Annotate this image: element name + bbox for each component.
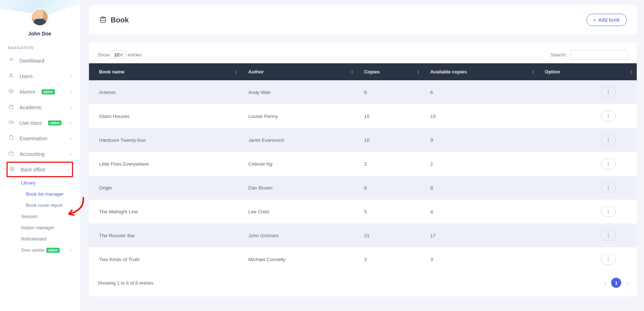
- row-options-button[interactable]: [601, 135, 616, 145]
- page-prev-button[interactable]: ‹: [605, 280, 606, 286]
- addon-badge: addon: [46, 248, 60, 253]
- sidebar-item-addon-manager[interactable]: Addon manager: [0, 222, 80, 233]
- books-table: Book name▲▼ Author▲▼ Copies▲▼ Available …: [89, 63, 637, 271]
- table-row: ArtemisAndy Weir66: [89, 80, 637, 104]
- svg-point-0: [10, 74, 12, 76]
- col-option[interactable]: Option▲▼: [538, 63, 637, 80]
- sidebar-item-book-list-manager[interactable]: Book list manager: [0, 188, 80, 200]
- sidebar-item-session[interactable]: Session: [0, 211, 80, 222]
- svg-point-17: [608, 165, 609, 166]
- col-copies[interactable]: Copies▲▼: [358, 63, 424, 80]
- profile-block: John Doe: [0, 0, 80, 39]
- show-prefix: Show: [98, 52, 110, 57]
- svg-point-19: [608, 187, 609, 188]
- search-control: Search:: [551, 50, 628, 60]
- col-label: Author: [248, 69, 264, 74]
- row-options-button[interactable]: [601, 206, 616, 217]
- cell-available: 4: [424, 200, 538, 223]
- search-input[interactable]: [570, 50, 628, 60]
- cell-copies: 15: [358, 104, 424, 128]
- cell-option: [538, 176, 637, 200]
- cell-book-name: Hardcore Twenty-four: [89, 128, 242, 152]
- row-options-button[interactable]: [601, 230, 616, 241]
- table-row: Little Fires EverywhereCeleste Ng22: [89, 152, 637, 176]
- table-row: The Rooster BarJohn Grisham2117: [89, 223, 637, 247]
- svg-point-6: [608, 90, 609, 91]
- add-book-button[interactable]: + Add book: [587, 14, 627, 26]
- svg-point-5: [101, 16, 106, 18]
- sidebar-item-noticeboard[interactable]: Noticeboard: [0, 233, 80, 244]
- sidebar-item-dashboard[interactable]: Dashboard: [0, 53, 80, 68]
- sidebar-item-examination[interactable]: Examination ›: [0, 131, 80, 146]
- sidebar-item-academic[interactable]: Academic ›: [0, 99, 80, 115]
- sidebar-item-library[interactable]: Library ⌄: [0, 177, 80, 188]
- sidebar-item-users[interactable]: Users ›: [0, 68, 80, 84]
- video-icon: [8, 119, 14, 126]
- row-options-button[interactable]: [601, 111, 616, 122]
- chevron-right-icon: ›: [70, 152, 72, 157]
- chevron-down-icon: ⌄: [68, 180, 72, 186]
- pagination: ‹ 1 ›: [605, 278, 628, 288]
- col-book-name[interactable]: Book name▲▼: [89, 63, 242, 80]
- sidebar-item-label: Examination: [20, 136, 47, 141]
- sidebar-item-backoffice[interactable]: Back office ⌄: [7, 162, 73, 177]
- search-label: Search:: [551, 52, 567, 57]
- sidebar-item-liveclass[interactable]: Live class addon ›: [0, 115, 80, 131]
- svg-point-23: [608, 213, 609, 213]
- sidebar-item-label: Book issue report: [26, 203, 63, 208]
- svg-point-9: [608, 114, 609, 115]
- table-row: The Midnight LineLee Child54: [89, 200, 637, 223]
- chevron-right-icon: ›: [70, 89, 72, 94]
- cell-author: Lee Child: [242, 200, 358, 223]
- cell-copies: 8: [358, 176, 424, 200]
- row-options-button[interactable]: [601, 182, 616, 193]
- sidebar-item-sms-center[interactable]: Sms center addon ›: [0, 244, 80, 256]
- table-card: Show 10 entries Search: Book name▲▼ Auth…: [89, 43, 637, 297]
- cell-available: 9: [424, 128, 538, 152]
- cell-option: [538, 223, 637, 247]
- book-stack-icon: [99, 16, 107, 25]
- row-options-button[interactable]: [601, 158, 616, 169]
- row-options-button[interactable]: [601, 87, 616, 98]
- more-vertical-icon: [606, 185, 611, 190]
- chevron-down-icon: ⌄: [67, 167, 71, 172]
- page-number-current[interactable]: 1: [611, 278, 621, 288]
- page-title: Book: [111, 16, 129, 24]
- col-author[interactable]: Author▲▼: [242, 63, 358, 80]
- nav-section-label: NAVIGATION: [0, 39, 80, 53]
- more-vertical-icon: [606, 137, 611, 142]
- more-vertical-icon: [606, 209, 611, 214]
- cell-option: [538, 80, 637, 104]
- cell-available: 8: [424, 176, 538, 200]
- cell-author: Michael Connelly: [242, 247, 358, 271]
- sidebar-item-alumni[interactable]: Alumni addon ›: [0, 84, 80, 99]
- col-available[interactable]: Available copies▲▼: [424, 63, 538, 80]
- building-icon: [8, 104, 14, 111]
- row-options-button[interactable]: [601, 254, 616, 265]
- svg-point-18: [608, 186, 609, 187]
- svg-point-22: [608, 211, 609, 212]
- cell-available: 2: [424, 152, 538, 176]
- sidebar-item-accounting[interactable]: Accounting ›: [0, 146, 80, 162]
- sidebar-item-book-issue-report[interactable]: Book issue report: [0, 200, 80, 211]
- cell-book-name: Origin: [89, 176, 242, 200]
- sort-icon: ▲▼: [350, 69, 354, 74]
- avatar: [31, 9, 48, 26]
- page-next-button[interactable]: ›: [626, 280, 628, 286]
- cell-book-name: The Rooster Bar: [89, 223, 242, 247]
- clipboard-icon: [8, 135, 14, 142]
- cell-book-name: Artemis: [89, 80, 242, 104]
- cell-copies: 21: [358, 223, 424, 247]
- sidebar-item-label: Addon manager: [21, 225, 55, 230]
- svg-rect-3: [10, 136, 13, 140]
- sort-icon: ▲▼: [630, 69, 633, 74]
- svg-point-14: [608, 141, 609, 142]
- page-length-select[interactable]: 10: [111, 51, 126, 59]
- cell-book-name: The Midnight Line: [89, 200, 242, 223]
- sort-icon: ▲▼: [417, 69, 420, 74]
- cell-copies: 6: [358, 80, 424, 104]
- svg-point-25: [608, 235, 609, 236]
- sidebar-item-label: Library: [21, 180, 35, 186]
- cell-book-name: Little Fires Everywhere: [89, 152, 242, 176]
- cell-book-name: Two Kinds of Truth: [89, 247, 242, 271]
